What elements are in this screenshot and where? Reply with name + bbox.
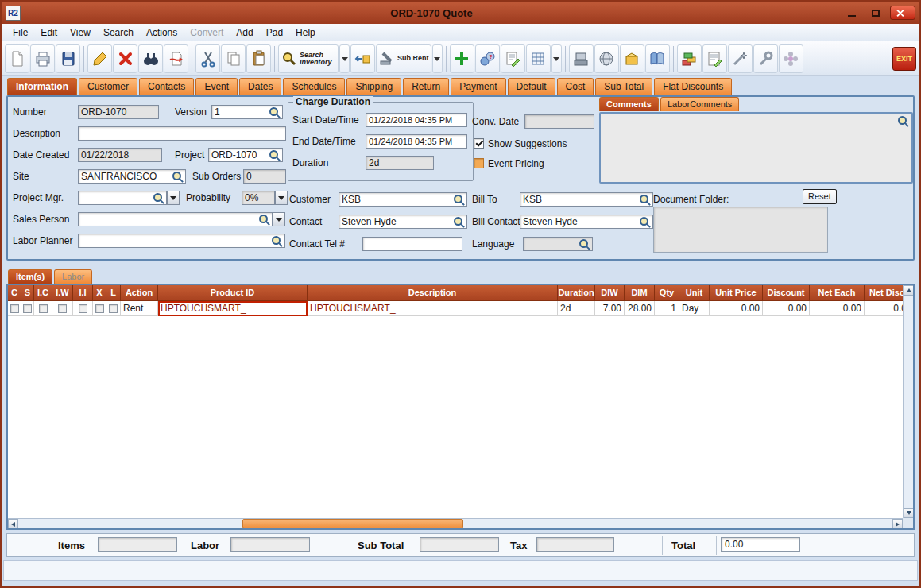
search-icon[interactable]	[172, 172, 183, 182]
tab-schedules[interactable]: Schedules	[283, 78, 345, 95]
search-icon[interactable]	[269, 150, 280, 161]
row-cell-s[interactable]	[21, 301, 34, 316]
reset-button[interactable]: Reset	[803, 189, 837, 204]
search-icon[interactable]	[640, 217, 650, 227]
col-qty[interactable]: Qty	[655, 285, 679, 301]
bill-contact-field[interactable]: Steven Hyde	[520, 215, 653, 229]
col-product-id[interactable]: Product ID	[158, 285, 308, 301]
sub-rent-dropdown[interactable]	[432, 44, 443, 73]
probability-field[interactable]: 0%	[242, 191, 275, 205]
comments-textarea[interactable]	[599, 112, 913, 184]
tab-flat-discounts[interactable]: Flat Discounts	[654, 78, 732, 95]
date-created-field[interactable]: 01/22/2018	[78, 148, 162, 162]
tab-shipping[interactable]: Shipping	[346, 78, 401, 95]
options-button[interactable]	[779, 44, 803, 73]
col-c[interactable]: C	[8, 285, 21, 301]
search-icon[interactable]	[153, 193, 164, 203]
row-unit-price[interactable]: 0.00	[710, 301, 763, 316]
description-field[interactable]	[78, 126, 286, 141]
language-field[interactable]	[523, 237, 593, 251]
horizontal-scroll-thumb[interactable]	[242, 519, 463, 528]
col-iw[interactable]: I.W	[52, 285, 73, 301]
col-s[interactable]: S	[21, 285, 34, 301]
tab-event[interactable]: Event	[195, 78, 238, 95]
row-unit[interactable]: Day	[679, 301, 710, 316]
print-button[interactable]	[30, 44, 55, 73]
labor-planner-field[interactable]	[78, 234, 285, 248]
col-duration[interactable]: Duration	[558, 285, 595, 301]
row-net-disc[interactable]: 0.0	[865, 301, 903, 316]
end-datetime-field[interactable]: 01/24/2018 04:35 PM	[366, 134, 467, 149]
search-icon[interactable]	[269, 107, 280, 118]
row-checkbox[interactable]	[58, 304, 67, 313]
menu-add[interactable]: Add	[230, 25, 259, 40]
row-cell-iw[interactable]	[52, 301, 73, 316]
conv-date-field[interactable]	[524, 114, 594, 129]
event-pricing-checkbox[interactable]	[474, 158, 484, 168]
scroll-right-button[interactable]	[892, 519, 903, 529]
export-button[interactable]	[164, 44, 188, 73]
menu-help[interactable]: Help	[289, 25, 322, 40]
horizontal-scrollbar[interactable]	[8, 518, 903, 528]
row-cell-x[interactable]	[93, 301, 106, 316]
tab-labor-comments[interactable]: LaborComments	[660, 97, 739, 111]
search-icon[interactable]	[640, 195, 650, 205]
col-ic[interactable]: I.C	[34, 285, 52, 301]
sales-person-dropdown[interactable]	[273, 212, 285, 226]
menu-actions[interactable]: Actions	[140, 25, 184, 40]
col-discount[interactable]: Discount	[763, 285, 810, 301]
search-icon[interactable]	[579, 239, 590, 250]
version-field[interactable]: 1	[211, 105, 283, 119]
tab-contacts[interactable]: Contacts	[139, 78, 194, 95]
notes-button[interactable]	[501, 44, 525, 73]
grid-view-button[interactable]	[526, 44, 551, 73]
search-icon[interactable]	[259, 215, 269, 225]
search-icon[interactable]	[898, 116, 908, 126]
project-mgr-field[interactable]	[78, 191, 167, 205]
number-field[interactable]: ORD-1070	[78, 105, 159, 119]
scroll-down-button[interactable]	[904, 508, 914, 518]
save-button[interactable]	[56, 44, 80, 73]
maximize-button[interactable]	[866, 6, 885, 20]
tab-dates[interactable]: Dates	[239, 78, 281, 95]
menu-file[interactable]: File	[6, 25, 34, 40]
col-action[interactable]: Action	[121, 285, 158, 301]
search-inventory-dropdown[interactable]	[339, 44, 350, 73]
col-net-each[interactable]: Net Each	[810, 285, 865, 301]
tab-sub-total[interactable]: Sub Total	[595, 78, 652, 95]
col-unit[interactable]: Unit	[679, 285, 710, 301]
bill-to-field[interactable]: KSB	[520, 192, 653, 207]
menu-pad[interactable]: Pad	[260, 25, 289, 40]
row-description[interactable]: HPTOUCHSMART_	[308, 301, 558, 316]
tab-customer[interactable]: Customer	[79, 78, 137, 95]
tab-cost[interactable]: Cost	[557, 78, 594, 95]
kit-button[interactable]: ?	[475, 44, 500, 73]
row-cell-l[interactable]	[106, 301, 121, 316]
row-qty[interactable]: 1	[655, 301, 679, 316]
tools-button[interactable]	[753, 44, 778, 73]
sales-person-field[interactable]	[78, 212, 273, 226]
tab-default[interactable]: Default	[508, 78, 555, 95]
row-duration[interactable]: 2d	[558, 301, 595, 316]
exit-button[interactable]: EXIT	[892, 47, 916, 71]
sub-orders-field[interactable]: 0	[243, 169, 286, 184]
site-field[interactable]: SANFRANCISCO	[78, 169, 186, 184]
close-button[interactable]	[890, 6, 915, 20]
start-datetime-field[interactable]: 01/22/2018 04:35 PM	[366, 113, 467, 127]
show-suggestions-checkbox[interactable]	[474, 138, 484, 149]
search-icon[interactable]	[454, 217, 464, 227]
contact-field[interactable]: Steven Hyde	[339, 215, 467, 229]
project-mgr-dropdown[interactable]	[167, 191, 180, 205]
sub-rent-button[interactable]: Sub Rent	[376, 44, 431, 73]
probability-dropdown[interactable]	[275, 191, 288, 205]
vertical-scrollbar[interactable]	[903, 285, 913, 518]
row-dim[interactable]: 28.00	[625, 301, 655, 316]
tab-items[interactable]: Item(s)	[8, 269, 52, 284]
col-description[interactable]: Description	[308, 285, 558, 301]
col-diw[interactable]: DIW	[595, 285, 625, 301]
grid-view-dropdown[interactable]	[551, 44, 562, 73]
col-unit-price[interactable]: Unit Price	[710, 285, 763, 301]
search-inventory-button[interactable]: Search Inventory	[278, 44, 339, 73]
catalog-button[interactable]	[645, 44, 670, 73]
col-ii[interactable]: I.I	[73, 285, 93, 301]
